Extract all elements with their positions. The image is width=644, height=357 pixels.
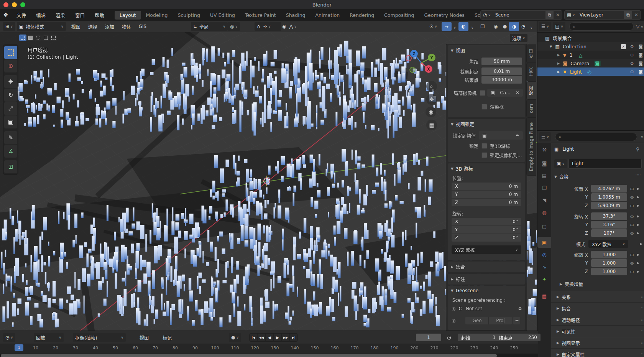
menu-edit[interactable]: 编辑 [31, 12, 51, 19]
select-lasso-mode-button[interactable] [42, 35, 49, 41]
disclosure-triangle-icon[interactable]: ▼ [550, 45, 552, 48]
sidebar-tab-tool[interactable]: 工具 [526, 63, 536, 81]
previous-keyframe-button[interactable]: ◀◀ [258, 334, 266, 341]
show-overlays-toggle[interactable]: ◐ [458, 22, 468, 31]
transform-orientation-selector[interactable]: ∟全局∨ [191, 22, 228, 31]
cursor-loc-y-field[interactable]: Y0 m [452, 191, 521, 198]
tool-move[interactable]: ✥ [4, 75, 17, 88]
hide-eye-icon[interactable]: ⊙ [630, 53, 634, 58]
properties-search-input[interactable]: ⌕ [555, 133, 637, 141]
animate-dot[interactable] [637, 196, 639, 198]
pan-view-button[interactable]: ✥ [426, 94, 437, 105]
local-camera-checkbox[interactable] [480, 90, 485, 96]
object-name-field[interactable]: Light [568, 159, 642, 169]
tab-texture-paint[interactable]: Texture Paint [240, 11, 281, 20]
animate-dot[interactable] [637, 224, 639, 226]
sidebar-tab-osm[interactable]: osm [526, 100, 536, 117]
playback-menu[interactable]: 回放∨ [34, 333, 64, 342]
tool-measure[interactable]: ∡ [4, 145, 17, 158]
lock-icon[interactable]: ⛀ [630, 195, 634, 200]
menu-view[interactable]: 视图 [67, 23, 84, 30]
chevron-down-icon[interactable]: ∨ [453, 26, 456, 30]
outliner-display-mode-button[interactable]: ☰∨ [539, 22, 551, 31]
viewlayer-remove-button[interactable]: ✕ [632, 11, 641, 19]
select-box-mode-button[interactable] [27, 35, 34, 41]
animate-dot[interactable] [637, 216, 639, 217]
chevron-down-icon[interactable]: ∨ [471, 26, 474, 30]
menu-object[interactable]: 物体 [118, 23, 135, 30]
shading-wireframe-button[interactable]: ◉ [491, 22, 501, 31]
tab-layout[interactable]: Layout [115, 11, 141, 20]
lock-to-object-field[interactable]: ▣✒ [479, 131, 523, 140]
rotation-x-field[interactable]: 37.3° [591, 212, 627, 220]
focal-length-field[interactable]: 50 mm [481, 58, 522, 65]
cursor-rot-z-field[interactable]: Z0° [452, 234, 521, 242]
lock-3d-cursor-checkbox[interactable] [481, 143, 487, 149]
disable-render-icon[interactable]: ◙ [639, 53, 643, 58]
show-gizmo-toggle[interactable]: ⤳ [442, 22, 452, 31]
scale-y-field[interactable]: 1.000 [591, 259, 627, 267]
lock-icon[interactable]: ⛀ [630, 203, 634, 208]
animate-dot[interactable] [637, 232, 639, 234]
menu-render[interactable]: 渲染 [51, 12, 70, 19]
view-lock-header[interactable]: ▼视图锁定 [448, 119, 525, 128]
blender-logo-icon[interactable]: ❖ [0, 12, 12, 18]
lock-icon[interactable]: ⛀ [630, 214, 634, 219]
menu-gis[interactable]: GIS [135, 24, 150, 29]
scale-x-field[interactable]: 1.000 [591, 251, 627, 258]
lock-camera-checkbox[interactable] [481, 152, 487, 158]
frame-start-field[interactable]: 起始1 [458, 334, 499, 341]
lock-icon[interactable]: ⛀ [630, 231, 634, 236]
disable-render-icon[interactable]: ◙ [639, 44, 643, 49]
object-browse-button[interactable]: ▣∨ [554, 159, 567, 168]
close-icon[interactable]: ✕ [516, 90, 519, 95]
tool-transform[interactable]: ▣ [4, 115, 17, 128]
lock-icon[interactable]: ⛀ [630, 222, 634, 227]
shading-material-button[interactable]: ◑ [509, 22, 519, 31]
cursor-rot-y-field[interactable]: Y0° [452, 226, 521, 234]
tab-modeling[interactable]: Modeling [141, 11, 173, 20]
lock-icon[interactable]: ⛀ [630, 186, 634, 191]
disable-render-icon[interactable]: ◙ [639, 61, 643, 66]
select-circle-mode-button[interactable] [34, 35, 42, 41]
location-x-field[interactable]: 4.0762 m [591, 185, 627, 192]
xray-toggle[interactable]: ❐ [478, 22, 488, 31]
tool-scale[interactable]: ⤢ [4, 102, 17, 115]
panel-custom-properties[interactable]: ▶自定义属性∷∷ [551, 348, 644, 357]
lock-icon[interactable]: ⛀ [630, 269, 634, 274]
menu-help[interactable]: 帮助 [90, 12, 109, 19]
play-button[interactable]: ▶ [274, 334, 282, 341]
proj-button[interactable]: Proj [488, 317, 512, 324]
cursor-rot-x-field[interactable]: X0° [452, 218, 521, 225]
panel-motion-paths[interactable]: ▶运动路径∷∷ [551, 314, 644, 326]
menu-add[interactable]: 添加 [101, 23, 118, 30]
panel-viewport-display[interactable]: ▶视图显示∷∷ [551, 337, 644, 349]
current-frame-field[interactable]: 1 [416, 334, 441, 341]
location-z-field[interactable]: 5.9039 m [591, 202, 627, 209]
hide-eye-icon[interactable]: ⊙ [630, 61, 634, 66]
panel-collections[interactable]: ▶集合∷∷ [551, 302, 644, 314]
timeline-view-menu[interactable]: 视图 [136, 334, 153, 341]
scene-copy-button[interactable]: ⧉ [545, 11, 554, 19]
clip-start-field[interactable]: 0.01 m [481, 67, 522, 75]
cursor-rotation-order-dropdown[interactable]: XYZ 欧拉∨ [452, 245, 521, 254]
scene-name[interactable]: Scene [493, 11, 545, 19]
local-camera-field[interactable]: ▣Ca...✕ [487, 89, 523, 97]
pin-icon[interactable]: ⚲ [636, 146, 639, 152]
camera-row[interactable]: ▶ ◙ Camera ◙ ⊙ ◙ [537, 59, 644, 67]
view-section-header[interactable]: ▼视图 [448, 45, 525, 55]
collections-section[interactable]: ▶集合 [447, 261, 526, 273]
lock-icon[interactable]: ⛀ [630, 252, 634, 257]
snap-target-icon[interactable]: ⊹ [263, 24, 267, 29]
tab-object-properties-active[interactable]: ▣ [537, 237, 551, 248]
editor-type-button[interactable]: ⊞∨ [3, 22, 15, 31]
timeline-marker-menu[interactable]: 标记 [159, 334, 176, 341]
tab-output-properties[interactable]: ▤ [537, 170, 551, 181]
chevron-down-icon[interactable]: ∨ [530, 26, 533, 30]
animate-dot[interactable] [640, 243, 642, 245]
viewlayer-name[interactable]: ViewLayer [577, 11, 624, 19]
options-button[interactable]: 选项∨ [510, 34, 527, 42]
outliner-search-input[interactable]: ⌕ [569, 22, 634, 31]
magnet-icon[interactable]: ∩ [257, 24, 260, 29]
hide-eye-icon[interactable]: ⊙ [630, 44, 634, 49]
